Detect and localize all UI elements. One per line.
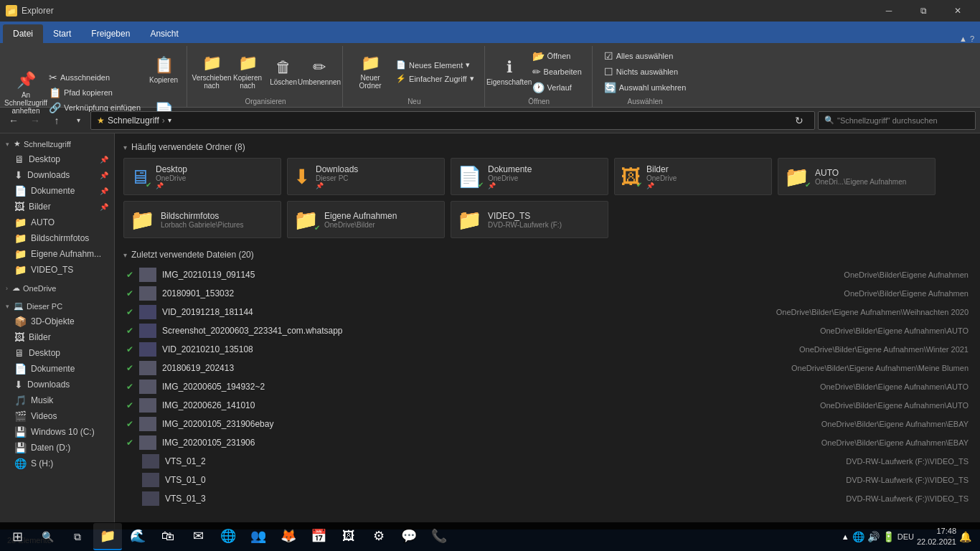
section-zuletzt[interactable]: ▾ Zuletzt verwendete Dateien (20)	[123, 250, 971, 260]
refresh-button[interactable]: ↻	[790, 111, 809, 130]
taskbar-clock[interactable]: 17:48 22.02.2021	[917, 526, 956, 548]
windows-c-label: Windows 10 (C:)	[31, 427, 108, 437]
sidebar-item-desktop-pc[interactable]: 🖥 Desktop	[0, 345, 114, 361]
forward-button[interactable]: →	[26, 111, 44, 130]
tab-start[interactable]: Start	[43, 24, 81, 43]
section-haeufig[interactable]: ▾ Häufig verwendete Ordner (8)	[123, 142, 971, 152]
sidebar-item-daten-d[interactable]: 💾 Daten (D:)	[0, 440, 114, 456]
alles-auswaehlen-button[interactable]: ☑ Alles auswählen	[600, 49, 691, 63]
einfacher-zugriff-button[interactable]: ⚡ Einfacher Zugriff ▾	[392, 72, 479, 85]
umbenennen-button[interactable]: ✏ Umbenennen	[302, 50, 336, 94]
auswahl-umkehren-button[interactable]: 🔄 Auswahl umkehren	[600, 80, 691, 95]
folder-name-dok: Dokumente	[488, 164, 532, 174]
sidebar-item-video-ts[interactable]: 📁 VIDEO_TS	[0, 262, 114, 278]
neuer-ordner-button[interactable]: 📁 Neuer Ordner	[350, 50, 390, 94]
folder-card-eigene-aufnahmen[interactable]: 📁 ✔ Eigene Aufnahmen OneDrive\Bilder	[287, 201, 445, 238]
folder-card-desktop[interactable]: 🖥 ✔ Desktop OneDrive 📌	[123, 158, 281, 195]
sidebar-item-bilder[interactable]: 🖼 Bilder 📌	[0, 199, 114, 215]
file-row[interactable]: ✔ VID_20191218_181144 OneDrive\Bilder\Ei…	[123, 303, 971, 321]
start-button[interactable]: ⊞	[3, 522, 32, 551]
taskbar-mail[interactable]: ✉	[184, 523, 212, 550]
sidebar-item-bildschirmfotos[interactable]: 📁 Bildschirmfotos	[0, 230, 114, 246]
taskbar-whatsapp[interactable]: 💬	[395, 523, 423, 550]
eigenschaften-button[interactable]: ℹ Eigenschaften	[492, 50, 527, 94]
folder-card-video-ts[interactable]: 📁 VIDEO_TS DVD-RW-Laufwerk (F:)	[451, 201, 608, 238]
sidebar-item-bilder-pc[interactable]: 🖼 Bilder	[0, 329, 114, 345]
folder-card-downloads[interactable]: ⬇ Downloads Dieser PC 📌	[287, 158, 445, 195]
sidebar-section-dieser-pc[interactable]: ▾ 💻 Dieser PC	[0, 298, 114, 314]
taskbar-edge[interactable]: 🌊	[123, 523, 152, 550]
sidebar-section-onedrive[interactable]: › ☁ OneDrive	[0, 281, 114, 296]
close-button[interactable]: ✕	[941, 0, 974, 22]
file-path: DVD-RW-Laufwerk (F:)\VIDEO_TS	[846, 457, 969, 466]
sidebar-item-musik[interactable]: 🎵 Musik	[0, 392, 114, 408]
ribbon-help-button[interactable]: ?	[970, 34, 974, 43]
taskbar-chrome[interactable]: 🌐	[214, 523, 242, 550]
folder-card-bildschirmfotos[interactable]: 📁 Bildschirmfotos Lorbach Gabriele\Pictu…	[123, 201, 281, 238]
address-path[interactable]: ★ Schnellzugriff › ▾ ↻	[90, 111, 815, 130]
folder-card-dokumente[interactable]: 📄 ✔ Dokumente OneDrive 📌	[451, 158, 608, 195]
file-row[interactable]: ✔ IMG_20200105_231906 OneDrive\Bilder\Ei…	[123, 433, 971, 452]
folder-card-bilder[interactable]: 🖼 ✔ Bilder OneDrive 📌	[614, 158, 772, 195]
pfad-kopieren-button[interactable]: 📋 Pfad kopieren	[44, 85, 145, 100]
notification-button[interactable]: 🔔	[959, 531, 971, 542]
taskbar-photos[interactable]: 🖼	[334, 523, 363, 550]
file-row[interactable]: ✔ IMG_20200626_141010 OneDrive\Bilder\Ei…	[123, 396, 971, 415]
sidebar-item-eigene-aufnahmen[interactable]: 📁 Eigene Aufnahm...	[0, 246, 114, 262]
sidebar-item-s-h[interactable]: 🌐 S (H:)	[0, 456, 114, 471]
ausschneiden-button[interactable]: ✂ Ausschneiden	[44, 70, 145, 85]
verlauf-button[interactable]: 🕐 Verlauf	[528, 80, 586, 95]
sidebar-item-windows-c[interactable]: 💾 Windows 10 (C:)	[0, 424, 114, 440]
file-row[interactable]: ✔ IMG_20210119_091145 OneDrive\Bilder\Ei…	[123, 265, 971, 284]
up-button[interactable]: ↑	[47, 111, 66, 130]
tab-datei[interactable]: Datei	[3, 24, 43, 43]
file-row[interactable]: ✔ VID_20210210_135108 OneDrive\Bilder\Ei…	[123, 340, 971, 359]
file-row[interactable]: VTS_01_0 DVD-RW-Laufwerk (F:)\VIDEO_TS	[123, 471, 971, 489]
file-row[interactable]: ✔ IMG_20200605_194932~2 OneDrive\Bilder\…	[123, 377, 971, 396]
restore-button[interactable]: ⧉	[907, 0, 940, 22]
minimize-button[interactable]: ─	[872, 0, 905, 22]
bearbeiten-button[interactable]: ✏ Bearbeiten	[528, 65, 586, 79]
taskbar-explorer[interactable]: 📁	[93, 523, 122, 550]
neues-element-button[interactable]: 📄 Neues Element ▾	[392, 59, 479, 71]
sidebar-item-dokumente-pc[interactable]: 📄 Dokumente	[0, 361, 114, 377]
file-row[interactable]: ✔ IMG_20200105_231906ebay OneDrive\Bilde…	[123, 415, 971, 433]
file-row[interactable]: VTS_01_3 DVD-RW-Laufwerk (F:)\VIDEO_TS	[123, 489, 971, 508]
sidebar-item-videos[interactable]: 🎬 Videos	[0, 408, 114, 424]
nichts-auswaehlen-button[interactable]: ☐ Nichts auswählen	[600, 65, 691, 79]
folder-card-auto[interactable]: 📁 ✔ AUTO OneDri...\Eigene Aufnahmen	[778, 158, 936, 195]
back-button[interactable]: ←	[4, 111, 23, 130]
chevron-up-icon[interactable]: ▲	[842, 532, 849, 541]
sidebar-item-dokumente[interactable]: 📄 Dokumente 📌	[0, 183, 114, 199]
ribbon-collapse-button[interactable]: ▲	[959, 34, 967, 43]
sidebar-item-desktop[interactable]: 🖥 Desktop 📌	[0, 151, 114, 167]
file-row[interactable]: ✔ 20180901_153032 OneDrive\Bilder\Eigene…	[123, 284, 971, 303]
sidebar-item-downloads-pc[interactable]: ⬇ Downloads	[0, 377, 114, 392]
tab-freigeben[interactable]: Freigeben	[81, 24, 140, 43]
taskbar-teams[interactable]: 👥	[244, 523, 273, 550]
file-row[interactable]: ✔ 20180619_202413 OneDrive\Bilder\Eigene…	[123, 359, 971, 377]
search-box[interactable]: 🔍 "Schnellzugriff" durchsuchen	[818, 111, 976, 130]
file-row[interactable]: ✔ Screenshot_20200603_223341_com.whatsap…	[123, 321, 971, 340]
volume-icon[interactable]: 🔊	[867, 531, 880, 542]
taskbar-winstore[interactable]: 🛍	[154, 523, 182, 550]
recent-locations-button[interactable]: ▾	[69, 111, 88, 130]
verschieben-button[interactable]: 📁 Verschieben nach	[194, 50, 229, 94]
taskbar-calendar[interactable]: 📅	[304, 523, 333, 550]
schnellzugriff-button[interactable]: 📌 An Schnellzugriff anheften	[9, 70, 43, 115]
sidebar-section-schnellzugriff[interactable]: ▾ ★ Schnellzugriff	[0, 136, 114, 151]
sidebar-item-downloads[interactable]: ⬇ Downloads 📌	[0, 167, 114, 183]
tab-ansicht[interactable]: Ansicht	[140, 24, 188, 43]
kopieren-nach-button[interactable]: 📁 Kopieren nach	[230, 50, 265, 94]
search-button[interactable]: 🔍	[33, 522, 62, 551]
oeffnen-btn[interactable]: 📂 Öffnen	[528, 49, 586, 63]
taskview-button[interactable]: ⧉	[63, 522, 92, 551]
kopieren-button[interactable]: 📋 Kopieren	[146, 47, 181, 92]
file-row[interactable]: VTS_01_2 DVD-RW-Laufwerk (F:)\VIDEO_TS	[123, 452, 971, 471]
taskbar-firefox[interactable]: 🦊	[274, 523, 303, 550]
taskbar-settings[interactable]: ⚙	[364, 523, 393, 550]
loeschen-button[interactable]: 🗑 Löschen	[266, 50, 301, 94]
taskbar-skype[interactable]: 📞	[425, 523, 453, 550]
sidebar-item-auto[interactable]: 📁 AUTO	[0, 215, 114, 230]
sidebar-item-3d-objekte[interactable]: 📦 3D-Objekte	[0, 314, 114, 329]
